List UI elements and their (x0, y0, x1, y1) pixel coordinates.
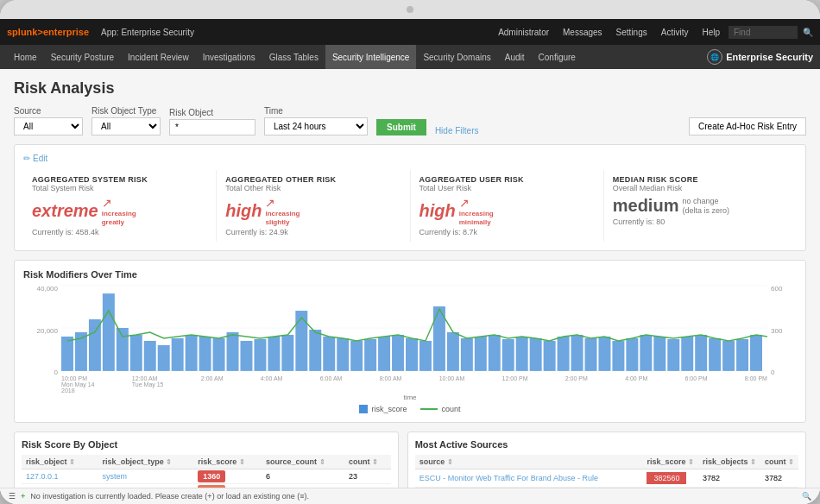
nav-security-domains[interactable]: Security Domains (416, 45, 497, 69)
svg-rect-13 (199, 337, 211, 371)
nav-messages[interactable]: Messages (558, 28, 608, 37)
risk-object-input[interactable] (169, 119, 255, 135)
chart-svg (61, 285, 767, 371)
legend-count-label: count (441, 405, 460, 413)
edit-link[interactable]: ✏ Edit (23, 154, 797, 163)
svg-rect-28 (406, 338, 418, 371)
search-icon[interactable]: 🔍 (803, 28, 813, 37)
col-count[interactable]: count ⇕ (344, 455, 391, 469)
x-label-1: 12:00 AMTue May 15 (132, 375, 164, 394)
risk-object-type-value-0[interactable]: system (98, 469, 194, 484)
nav-security-posture[interactable]: Security Posture (44, 45, 121, 69)
svg-rect-44 (626, 338, 638, 371)
create-adhoc-button[interactable]: Create Ad-Hoc Risk Entry (689, 117, 806, 135)
current-user: Currently is: 8.7k (419, 228, 595, 236)
trend-arrow-other: ↗ (265, 196, 275, 210)
col-risk-object[interactable]: risk_object ⇕ (22, 455, 98, 469)
camera-notch (407, 6, 413, 13)
hide-filters-button[interactable]: Hide Filters (435, 126, 479, 135)
svg-rect-27 (392, 335, 404, 371)
risk-by-object-table: risk_object ⇕ risk_object_type ⇕ risk_sc… (22, 455, 391, 488)
svg-rect-24 (350, 341, 363, 371)
x-label-0: 10:00 PMMon May 142018 (61, 375, 95, 394)
svg-rect-31 (447, 332, 459, 371)
risk-card-median: MEDIAN RISK SCORE Overall Median Risk me… (604, 170, 797, 242)
status-search-icon[interactable]: 🔍 (802, 492, 811, 501)
source-filter-group: Source All (14, 106, 83, 135)
svg-rect-48 (681, 337, 693, 371)
most-active-table: source ⇕ risk_score ⇕ risk_objects ⇕ cou… (415, 455, 798, 488)
nav-investigations[interactable]: Investigations (196, 45, 262, 69)
source-value-0[interactable]: ESCU - Monitor Web Traffic For Brand Abu… (415, 469, 643, 488)
svg-rect-7 (117, 328, 129, 371)
current-other: Currently is: 24.9k (225, 228, 401, 236)
pencil-icon: ✏ (23, 154, 30, 163)
col-risk-score-src[interactable]: risk_score ⇕ (642, 455, 698, 469)
risk-value-user: high (419, 201, 456, 221)
risk-object-value-0[interactable]: 127.0.0.1 (22, 469, 98, 484)
nav-security-intelligence[interactable]: Security Intelligence (325, 45, 417, 69)
legend-count-icon (420, 408, 438, 410)
svg-rect-52 (736, 339, 748, 371)
chart-title: Risk Modifiers Over Time (23, 269, 797, 280)
time-filter-group: Time Last 24 hours (264, 106, 368, 135)
svg-rect-42 (598, 337, 610, 371)
svg-rect-11 (172, 338, 184, 371)
nav-activity[interactable]: Activity (656, 28, 694, 37)
svg-rect-37 (530, 338, 542, 371)
svg-rect-50 (709, 338, 721, 371)
y-axis-left: 40,000 20,000 0 (23, 285, 58, 394)
card-subtitle-system: Total System Risk (32, 184, 207, 192)
risk-score-by-object: Risk Score By Object risk_object ⇕ risk_… (14, 432, 399, 488)
risk-object-type-label: Risk Object Type (91, 106, 161, 116)
y-right-mid: 300 (771, 327, 797, 335)
card-title-median: MEDIAN RISK SCORE (613, 175, 788, 184)
risk-object-type-select[interactable]: All (91, 117, 161, 135)
most-active-title: Most Active Sources (415, 439, 798, 450)
trend-user: ↗ increasingminimally (459, 196, 494, 226)
nav-glass-tables[interactable]: Glass Tables (262, 45, 325, 69)
svg-rect-45 (640, 335, 652, 371)
menu-icon[interactable]: ☰ (9, 492, 16, 501)
col-count-src[interactable]: count ⇕ (760, 455, 798, 469)
nav-configure[interactable]: Configure (532, 45, 583, 69)
nav-app[interactable]: App: Enterprise Security (96, 19, 199, 45)
nav-home[interactable]: Home (7, 45, 44, 69)
source-select[interactable]: All (14, 117, 83, 135)
card-value-other: high ↗ increasingslightly (225, 196, 401, 226)
nav-audit[interactable]: Audit (498, 45, 532, 69)
splunk-brand: splunk (7, 27, 37, 37)
col-source[interactable]: source ⇕ (415, 455, 643, 469)
svg-rect-39 (558, 337, 570, 371)
chart-legend: risk_score count (23, 405, 797, 413)
svg-rect-38 (544, 341, 556, 371)
svg-rect-21 (309, 330, 321, 371)
col-risk-score[interactable]: risk_score ⇕ (193, 455, 262, 469)
nav-incident-review[interactable]: Incident Review (121, 45, 196, 69)
nav-settings[interactable]: Settings (611, 28, 653, 37)
svg-rect-23 (337, 338, 349, 371)
card-value-user: high ↗ increasingminimally (419, 196, 595, 226)
trend-system: ↗ increasinggreatly (102, 196, 136, 226)
col-risk-objects[interactable]: risk_objects ⇕ (698, 455, 760, 469)
col-source-count[interactable]: source_count ⇕ (262, 455, 344, 469)
add-icon[interactable]: + (21, 492, 25, 501)
splunk-enterprise: >enterprise (37, 27, 89, 37)
trend-label-user: increasingminimally (459, 210, 494, 226)
global-search-input[interactable] (729, 26, 798, 39)
nav-help[interactable]: Help (697, 28, 725, 37)
card-subtitle-user: Total User Risk (419, 184, 595, 192)
time-select[interactable]: Last 24 hours (264, 117, 368, 135)
col-risk-object-type[interactable]: risk_object_type ⇕ (98, 455, 194, 469)
trend-arrow-user: ↗ (459, 196, 470, 210)
svg-rect-22 (323, 337, 335, 371)
card-value-median: medium no change(delta is zero) (613, 196, 788, 216)
card-subtitle-median: Overall Median Risk (613, 184, 788, 192)
nav-admin[interactable]: Administrator (493, 28, 554, 37)
submit-button[interactable]: Submit (376, 119, 426, 135)
trend-other: ↗ increasingslightly (265, 196, 300, 226)
bottom-section: Risk Score By Object risk_object ⇕ risk_… (14, 432, 806, 488)
y-left-zero: 0 (23, 369, 58, 376)
svg-rect-53 (750, 335, 762, 371)
y-axis-right: 600 300 0 (771, 285, 797, 394)
